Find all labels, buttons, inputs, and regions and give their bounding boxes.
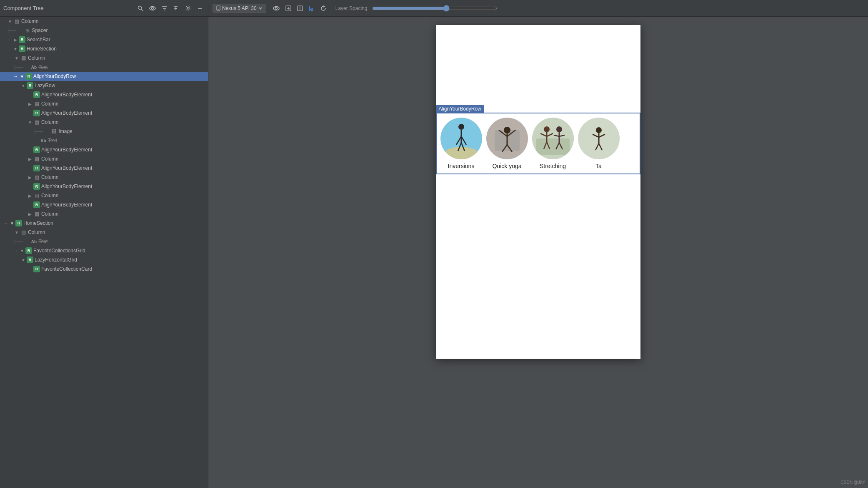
tree-node-text-3[interactable]: ├── Ab Text bbox=[0, 237, 208, 246]
watermark: CSDN @JII# bbox=[841, 480, 865, 485]
tree-node-text-2[interactable]: Ab Text bbox=[0, 136, 208, 145]
composable-icon: R bbox=[19, 36, 25, 43]
tree-node-column-6[interactable]: ▶ ▤ Column bbox=[0, 173, 208, 182]
yoga-item-ta: Ta bbox=[578, 118, 620, 169]
node-label: AlignYourBodyRow bbox=[33, 73, 76, 79]
expand-icon[interactable]: ▶ bbox=[27, 174, 33, 181]
node-label: Column bbox=[41, 156, 58, 162]
tree-node-column-8[interactable]: ▶ ▤ Column bbox=[0, 209, 208, 219]
tree-node-element-2[interactable]: R AlignYourBodyElement bbox=[0, 108, 208, 118]
tree-node-searchbar[interactable]: → ▶ R SearchBar bbox=[0, 35, 208, 44]
expand-icon[interactable]: ▶ bbox=[27, 211, 33, 217]
eye-button[interactable] bbox=[148, 5, 158, 12]
yoga-item-quickyoga: Quick yoga bbox=[486, 118, 528, 169]
tree-node-element-6[interactable]: R AlignYourBodyElement bbox=[0, 200, 208, 209]
column-icon: ▤ bbox=[33, 174, 40, 181]
settings-button[interactable] bbox=[183, 4, 193, 12]
device-selector[interactable]: Nexus 5 API 30 bbox=[213, 4, 266, 13]
expand-collapse-icon[interactable]: ▼ bbox=[19, 247, 25, 254]
refresh-button[interactable] bbox=[319, 5, 328, 12]
composable-icon: R bbox=[25, 73, 32, 80]
tree-node-favoritecollectionsgrid[interactable]: → ▼ R FavoriteCollectionsGrid bbox=[0, 246, 208, 255]
expand-collapse-icon[interactable]: ▼ bbox=[27, 119, 33, 126]
yoga-circle-stretching bbox=[532, 118, 574, 159]
tree-node-lazyhorizontalgrid[interactable]: ▼ R LazyHorizontalGrid bbox=[0, 255, 208, 264]
svg-point-14 bbox=[275, 7, 277, 9]
yoga-label-quickyoga: Quick yoga bbox=[492, 163, 521, 169]
node-label: AlignYourBodyElement bbox=[41, 184, 92, 189]
tree-node-column-7[interactable]: ▶ ▤ Column bbox=[0, 191, 208, 200]
node-label: Text bbox=[38, 239, 48, 244]
inspect-button[interactable] bbox=[284, 5, 293, 12]
expand-icon[interactable]: ▶ bbox=[12, 36, 19, 43]
column-icon: ▤ bbox=[20, 55, 27, 61]
expand-collapse-icon[interactable]: ▼ bbox=[13, 55, 20, 61]
tree-node-text-1[interactable]: ├── Ab Text bbox=[0, 63, 208, 72]
yoga-circle-ta bbox=[578, 118, 620, 159]
expand-collapse-icon[interactable]: ▼ bbox=[7, 18, 13, 25]
tree-node-column-9[interactable]: ▼ ▤ Column bbox=[0, 228, 208, 237]
tree-node-favoritecollectioncard[interactable]: R FavoriteCollectionCard bbox=[0, 264, 208, 274]
tree-node-column-4[interactable]: ▼ ▤ Column bbox=[0, 118, 208, 127]
composable-icon: R bbox=[33, 266, 40, 272]
layer-spacing-slider[interactable] bbox=[372, 5, 497, 12]
preview-eye-button[interactable] bbox=[271, 5, 281, 12]
column-icon: ▤ bbox=[33, 101, 40, 107]
sort-button[interactable] bbox=[172, 5, 181, 12]
expand-collapse-icon[interactable]: ▼ bbox=[12, 45, 19, 52]
tree-node-lazyrow[interactable]: ▼ R LazyRow bbox=[0, 81, 208, 90]
tree-node-column-5[interactable]: ▶ ▤ Column bbox=[0, 154, 208, 164]
composable-icon: R bbox=[15, 220, 22, 226]
expand-icon[interactable]: ▶ bbox=[27, 192, 33, 199]
layout-button[interactable] bbox=[295, 5, 305, 12]
yoga-label-inversions: Inversions bbox=[448, 163, 475, 169]
tree-node-element-5[interactable]: R AlignYourBodyElement bbox=[0, 182, 208, 191]
expand-collapse-icon[interactable]: ▼ bbox=[20, 257, 27, 263]
tree-node-image[interactable]: ├── 🖼 Image bbox=[0, 127, 208, 136]
tree-node-column-3[interactable]: ▶ ▤ Column bbox=[0, 99, 208, 108]
image-icon: 🖼 bbox=[50, 128, 57, 135]
yoga-label-stretching: Stretching bbox=[540, 163, 566, 169]
tree-node-alignyourbodyrow[interactable]: → ▼ R AlignYourBodyRow bbox=[0, 72, 208, 81]
column-icon: ▤ bbox=[33, 192, 40, 199]
node-label: Column bbox=[21, 18, 38, 24]
toolbar-left-icons bbox=[136, 4, 205, 12]
column-icon: ▤ bbox=[33, 119, 40, 126]
tree-node-homesection-2[interactable]: → ▼ R HomeSection bbox=[0, 219, 208, 228]
minimize-button[interactable] bbox=[195, 5, 205, 12]
connector: ├── bbox=[33, 129, 43, 134]
layer-spacing-label: Layer Spacing: bbox=[335, 5, 369, 11]
node-label: FavoriteCollectionCard bbox=[41, 266, 92, 272]
connector: → bbox=[3, 221, 8, 226]
toolbar-left: Component Tree bbox=[0, 4, 208, 12]
svg-point-3 bbox=[152, 7, 154, 9]
cursor-button[interactable] bbox=[307, 5, 316, 12]
preview-panel: AlignYourBodyRow bbox=[208, 17, 868, 488]
svg-point-9 bbox=[187, 7, 189, 9]
tree-panel[interactable]: ▼ ▤ Column ├── ⊞ Spacer → ▶ R SearchBar … bbox=[0, 17, 208, 488]
expand-collapse-icon[interactable]: ▼ bbox=[13, 229, 20, 236]
connector: → bbox=[7, 46, 11, 51]
filter-button[interactable] bbox=[160, 5, 169, 12]
yoga-circle-inversions bbox=[440, 118, 482, 159]
expand-icon[interactable]: ▶ bbox=[27, 101, 33, 107]
composable-icon: R bbox=[33, 146, 40, 153]
expand-icon[interactable]: ▶ bbox=[27, 156, 33, 162]
tree-node-element-4[interactable]: R AlignYourBodyElement bbox=[0, 164, 208, 173]
yoga-item-stretching: Stretching bbox=[532, 118, 574, 169]
node-label: AlignYourBodyElement bbox=[41, 202, 92, 208]
svg-line-1 bbox=[141, 9, 143, 11]
tree-node-column-2[interactable]: ▼ ▤ Column bbox=[0, 53, 208, 63]
expand-collapse-icon[interactable]: ▼ bbox=[19, 73, 25, 80]
node-label: LazyHorizontalGrid bbox=[35, 257, 77, 263]
tree-node-element-3[interactable]: R AlignYourBodyElement bbox=[0, 145, 208, 154]
composable-icon: R bbox=[33, 91, 40, 98]
tree-node-element-1[interactable]: R AlignYourBodyElement bbox=[0, 90, 208, 99]
tree-node-column-root[interactable]: ▼ ▤ Column bbox=[0, 17, 208, 26]
column-icon: ▤ bbox=[33, 156, 40, 162]
tree-node-spacer[interactable]: ├── ⊞ Spacer bbox=[0, 26, 208, 35]
search-button[interactable] bbox=[136, 5, 145, 12]
tree-node-homesection-1[interactable]: → ▼ R HomeSection bbox=[0, 44, 208, 53]
expand-collapse-icon[interactable]: ▼ bbox=[20, 82, 27, 89]
expand-collapse-icon[interactable]: ▼ bbox=[9, 220, 15, 226]
